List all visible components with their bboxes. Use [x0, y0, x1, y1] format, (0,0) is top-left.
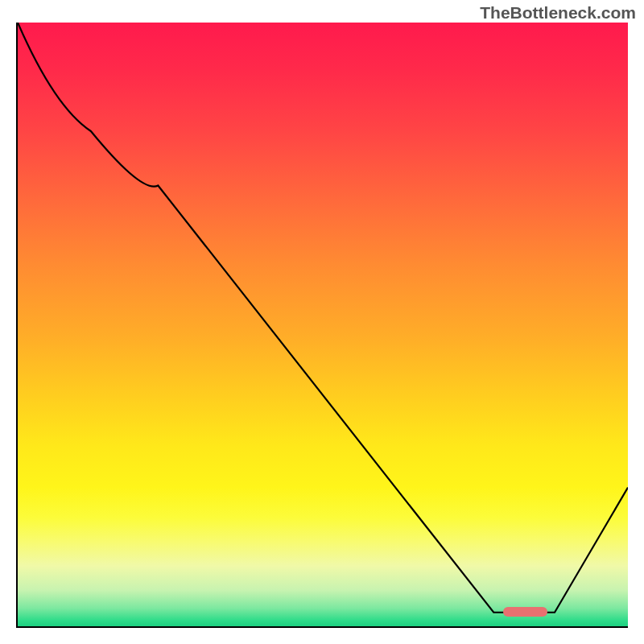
minimum-marker: [503, 607, 547, 617]
watermark-text: TheBottleneck.com: [480, 3, 636, 23]
plot-area: [16, 23, 628, 628]
bottleneck-curve: [18, 23, 628, 626]
